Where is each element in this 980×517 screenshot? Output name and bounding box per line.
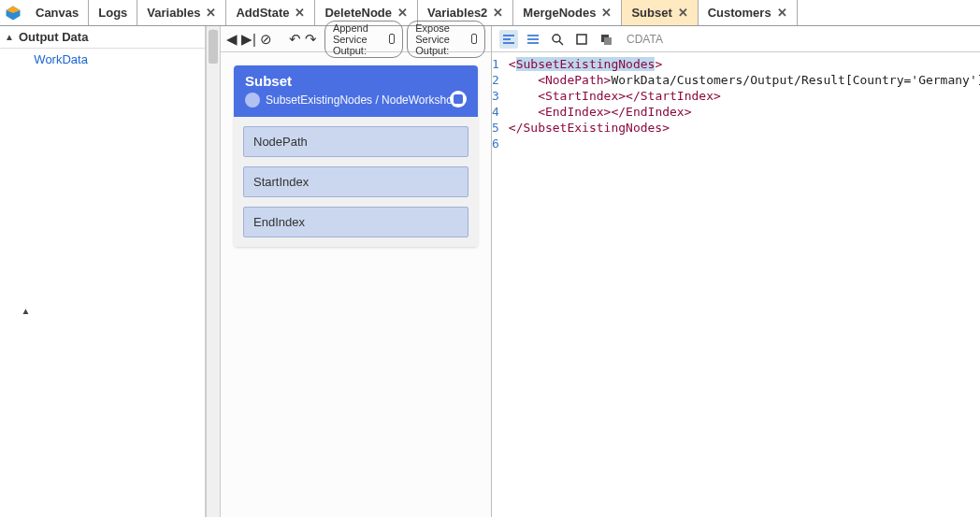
panel-title-label: Output Data	[19, 30, 88, 44]
prev-icon[interactable]: ◀	[226, 29, 238, 50]
card-action-icon[interactable]	[450, 91, 467, 108]
svg-point-2	[553, 35, 560, 42]
checkbox-icon	[471, 34, 477, 44]
center-toolbar: ◀ ▶| ⊘ ↶ ↷ Append Service Output: Expose…	[221, 26, 491, 52]
close-icon[interactable]: ✕	[493, 7, 503, 19]
xml-panel: CDATA 123456 <SubsetExistingNodes> <Node…	[492, 26, 980, 517]
svg-rect-6	[604, 37, 612, 45]
tab-label: Variables	[147, 6, 200, 20]
tab-subset[interactable]: Subset✕	[622, 0, 698, 25]
xml-toolbar: CDATA	[492, 26, 980, 52]
tab-canvas[interactable]: Canvas	[26, 0, 89, 25]
tab-label: Customers	[708, 6, 771, 20]
tab-label: Variables2	[427, 6, 487, 20]
tab-label: Canvas	[36, 6, 79, 20]
search-icon[interactable]	[548, 30, 567, 49]
chevron-up-icon[interactable]: ▲	[4, 32, 15, 42]
close-icon[interactable]: ✕	[777, 7, 787, 19]
tab-label: AddState	[236, 6, 289, 20]
tab-label: Logs	[98, 6, 127, 20]
xml-editor[interactable]: 123456 <SubsetExistingNodes> <NodePath>W…	[492, 52, 980, 517]
close-icon[interactable]: ✕	[206, 7, 216, 19]
output-data-panel: ▲ Output Data ▲ WorkData ┊··· ▼ _Paramet…	[0, 26, 206, 517]
close-icon[interactable]: ✕	[601, 7, 612, 19]
slot-nodepath[interactable]: NodePath	[243, 126, 468, 157]
output-tree[interactable]: ▲ WorkData ┊··· ▼ _Parameters ┊··· ▼ Add…	[0, 49, 205, 517]
tab-logs[interactable]: Logs	[89, 0, 137, 25]
scrollbar-thumb[interactable]	[209, 30, 218, 64]
slot-endindex[interactable]: EndIndex	[243, 207, 468, 237]
close-icon[interactable]: ✕	[678, 7, 688, 19]
tabs-bar: Canvas Logs Variables✕ AddState✕ DeleteN…	[0, 0, 980, 26]
chevron-up-icon: ▲	[21, 306, 30, 316]
card-body: NodePath StartIndex EndIndex	[234, 117, 478, 247]
tab-label: MergeNodes	[523, 6, 596, 20]
node-type-icon	[245, 93, 260, 108]
close-icon[interactable]: ✕	[397, 7, 408, 19]
toggle-label: Append Service Output:	[333, 22, 383, 56]
card-title: Subset	[245, 73, 467, 89]
close-icon[interactable]: ✕	[295, 7, 305, 19]
tab-customers[interactable]: Customers✕	[699, 0, 798, 25]
slot-startindex[interactable]: StartIndex	[243, 166, 468, 197]
line-gutter: 123456	[492, 56, 509, 517]
copy-icon[interactable]	[597, 30, 615, 49]
tab-addstate[interactable]: AddState✕	[226, 0, 315, 25]
mode-label: CDATA	[627, 33, 663, 46]
toggle-label: Expose Service Output:	[415, 22, 466, 56]
align-left-icon[interactable]	[499, 30, 518, 49]
align-justify-icon[interactable]	[524, 30, 542, 49]
tab-label: DeleteNode	[324, 6, 392, 20]
tab-mergenodes[interactable]: MergeNodes✕	[513, 0, 622, 25]
redo-icon[interactable]: ↷	[305, 29, 317, 50]
tree-label: WorkData	[34, 52, 203, 517]
left-scrollbar[interactable]: ▲	[206, 26, 221, 517]
tree-node-workdata[interactable]: ▲ WorkData	[0, 50, 205, 517]
checkbox-icon	[389, 34, 395, 44]
tab-variables[interactable]: Variables✕	[137, 0, 226, 25]
svg-line-3	[559, 41, 563, 45]
square-icon[interactable]	[572, 30, 591, 49]
app-logo-icon	[0, 0, 26, 25]
subset-card: Subset SubsetExistingNodes / NodeWorksho…	[234, 65, 478, 247]
stop-icon[interactable]: ⊘	[260, 29, 272, 50]
center-panel: ◀ ▶| ⊘ ↶ ↷ Append Service Output: Expose…	[221, 26, 492, 517]
card-header[interactable]: Subset SubsetExistingNodes / NodeWorksho…	[234, 65, 478, 117]
code-lines[interactable]: <SubsetExistingNodes> <NodePath>WorkData…	[509, 56, 980, 517]
skip-icon[interactable]: ▶|	[241, 29, 256, 50]
undo-icon[interactable]: ↶	[289, 29, 301, 50]
svg-rect-4	[577, 35, 586, 44]
card-subtitle: SubsetExistingNodes / NodeWorkshop	[266, 93, 459, 107]
tab-label: Subset	[631, 6, 671, 20]
panel-title: ▲ Output Data	[0, 26, 205, 49]
